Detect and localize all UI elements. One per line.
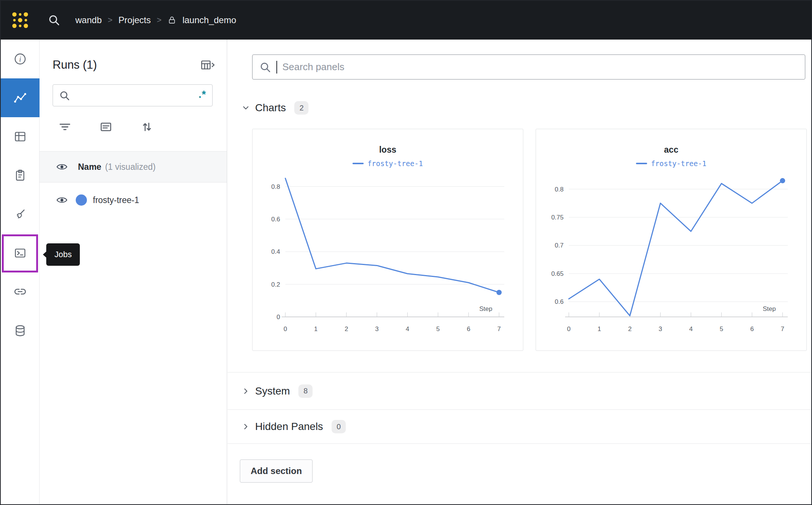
- sidebar-item-sweeps[interactable]: [1, 195, 40, 234]
- svg-text:0: 0: [567, 325, 570, 333]
- terminal-icon: [14, 247, 26, 259]
- global-search-icon[interactable]: [48, 14, 60, 27]
- sidebar-item-automations[interactable]: [1, 272, 40, 311]
- section-system-header[interactable]: System 8: [228, 372, 811, 409]
- info-icon: i: [14, 53, 26, 65]
- panel-search-box[interactable]: [252, 54, 805, 80]
- breadcrumb-project-name[interactable]: launch_demo: [182, 15, 236, 25]
- table-icon: [14, 130, 26, 143]
- lock-icon: [167, 16, 176, 25]
- svg-text:4: 4: [406, 325, 409, 333]
- breadcrumb-separator: >: [157, 15, 162, 25]
- svg-text:6: 6: [467, 325, 470, 333]
- section-label: Hidden Panels: [255, 421, 323, 433]
- svg-text:0.8: 0.8: [271, 183, 280, 190]
- breadcrumb-entity[interactable]: wandb: [75, 15, 102, 25]
- runs-search-input[interactable]: [74, 91, 195, 100]
- svg-text:0: 0: [283, 325, 287, 333]
- svg-text:Step: Step: [763, 305, 776, 312]
- run-color-dot[interactable]: [76, 194, 87, 206]
- section-count-badge: 0: [332, 420, 346, 433]
- svg-text:0.6: 0.6: [555, 298, 564, 305]
- svg-text:4: 4: [689, 325, 693, 333]
- svg-text:0.75: 0.75: [551, 214, 564, 221]
- filter-button[interactable]: [59, 121, 71, 133]
- section-label: System: [255, 385, 290, 397]
- filter-icon: [59, 121, 71, 133]
- svg-text:5: 5: [436, 325, 440, 333]
- project-sidebar: i: [1, 40, 40, 504]
- run-row[interactable]: frosty-tree-1: [40, 183, 227, 218]
- breadcrumb-projects[interactable]: Projects: [119, 15, 151, 25]
- svg-text:0.65: 0.65: [551, 270, 564, 277]
- runs-search-box[interactable]: .*: [53, 84, 213, 106]
- chart-legend: frosty-tree-1: [253, 159, 523, 168]
- svg-text:0.4: 0.4: [271, 248, 280, 255]
- sidebar-item-reports[interactable]: [1, 156, 40, 195]
- run-name[interactable]: frosty-tree-1: [93, 195, 139, 205]
- section-label: Charts: [255, 102, 286, 114]
- sidebar-item-runs-table[interactable]: [1, 117, 40, 156]
- run-visibility-eye-icon[interactable]: [56, 194, 68, 206]
- section-count-badge: 2: [294, 101, 308, 115]
- svg-text:3: 3: [659, 325, 662, 333]
- section-hidden-panels-header[interactable]: Hidden Panels 0: [228, 410, 811, 443]
- visibility-all-eye-icon[interactable]: [56, 161, 68, 172]
- svg-text:1: 1: [314, 325, 317, 333]
- section-charts-header[interactable]: Charts 2: [241, 100, 811, 115]
- table-expand-icon: [201, 59, 216, 71]
- panel-search-input[interactable]: [282, 61, 798, 73]
- panel-card-acc[interactable]: acc frosty-tree-1 0.60.650.70.750.801234…: [536, 129, 807, 351]
- chevron-right-icon: [241, 387, 250, 396]
- breadcrumb-separator: >: [108, 15, 113, 25]
- chart-title: acc: [536, 145, 806, 155]
- text-cursor: [276, 61, 277, 74]
- chevron-right-icon: [241, 422, 250, 431]
- sidebar-item-artifacts[interactable]: [1, 311, 40, 350]
- svg-text:7: 7: [497, 325, 501, 333]
- legend-line: [636, 163, 647, 164]
- charts-grid: loss frosty-tree-1 00.20.40.60.801234567…: [252, 129, 805, 351]
- list-icon: [100, 121, 112, 133]
- svg-text:7: 7: [781, 325, 784, 333]
- panel-card-loss[interactable]: loss frosty-tree-1 00.20.40.60.801234567…: [252, 129, 523, 351]
- svg-text:0.6: 0.6: [271, 216, 280, 223]
- sidebar-item-overview[interactable]: i: [1, 40, 40, 78]
- broom-icon: [14, 208, 26, 221]
- jobs-tooltip-label: Jobs: [54, 250, 72, 259]
- svg-text:2: 2: [345, 325, 348, 333]
- add-section-button[interactable]: Add section: [240, 459, 313, 483]
- svg-text:i: i: [19, 55, 21, 63]
- runs-column-header[interactable]: Name (1 visualized): [40, 152, 227, 183]
- line-chart-icon: [13, 91, 27, 105]
- group-button[interactable]: [100, 121, 112, 133]
- visualized-count: (1 visualized): [105, 162, 156, 172]
- svg-text:0: 0: [277, 314, 280, 321]
- svg-text:Step: Step: [479, 305, 492, 312]
- chart-legend: frosty-tree-1: [536, 159, 806, 168]
- runs-title: Runs (1): [53, 58, 97, 72]
- svg-text:0.7: 0.7: [555, 242, 564, 249]
- workspace-main: Charts 2 loss frosty-tree-1 00.20.40.60.…: [228, 40, 811, 504]
- svg-text:5: 5: [720, 325, 723, 333]
- link-icon: [14, 286, 26, 298]
- svg-text:0.2: 0.2: [271, 281, 280, 288]
- sidebar-item-jobs[interactable]: [1, 234, 40, 272]
- sort-button[interactable]: [141, 121, 153, 133]
- acc-chart-plot[interactable]: 0.60.650.70.750.801234567Step: [536, 170, 806, 347]
- section-count-badge: 8: [298, 384, 313, 398]
- legend-line: [352, 163, 364, 164]
- chevron-down-icon: [241, 103, 250, 112]
- svg-text:3: 3: [375, 325, 379, 333]
- regex-toggle[interactable]: .*: [198, 89, 206, 100]
- expand-runs-table-button[interactable]: [201, 59, 216, 71]
- jobs-tooltip: Jobs: [46, 243, 80, 266]
- search-icon: [259, 61, 271, 73]
- sidebar-item-workspace[interactable]: [1, 78, 40, 117]
- runs-panel-header: Runs (1): [53, 56, 216, 74]
- loss-chart-plot[interactable]: 00.20.40.60.801234567Step: [253, 170, 523, 347]
- wandb-logo[interactable]: [1, 1, 40, 40]
- column-header-name: Name: [78, 162, 101, 172]
- clipboard-icon: [14, 169, 26, 182]
- runs-toolbar: [59, 121, 227, 133]
